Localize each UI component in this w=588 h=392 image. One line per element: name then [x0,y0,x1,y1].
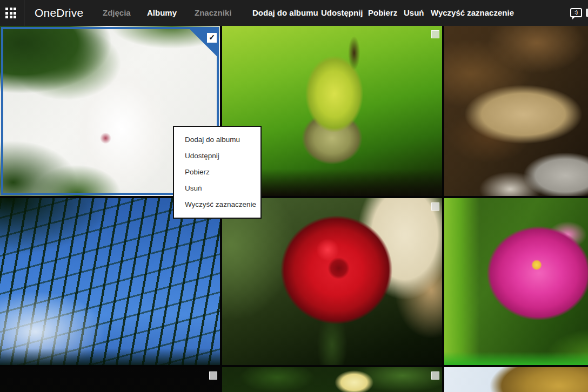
app-launcher-icon[interactable] [5,8,17,19]
action-clear-selection[interactable]: Wyczyść zaznaczenie [431,0,514,26]
photo-tile-fern-blue-sky[interactable] [0,198,220,365]
context-menu-item-share[interactable]: Udostępnij [174,148,260,164]
action-delete[interactable]: Usuń [404,0,424,26]
checkbox-empty-icon[interactable] [431,202,439,211]
context-menu: Dodaj do albumu Udostępnij Pobierz Usuń … [173,126,262,219]
action-download[interactable]: Pobierz [368,0,397,26]
checkbox-empty-icon[interactable] [431,30,439,38]
feedback-icon[interactable]: :) [570,8,582,17]
photo-tile-moss-rocks[interactable] [444,26,588,196]
tab-znaczniki[interactable]: Znaczniki [195,0,231,26]
checkbox-checked-icon[interactable]: ✓ [207,33,217,43]
photo-tile-dandelion-sky[interactable] [444,367,588,392]
photo-tile-yellow-flower-dark[interactable] [222,367,442,392]
photo-tile-lily-bud-dark[interactable] [0,367,220,392]
checkbox-empty-icon[interactable] [209,371,217,380]
topbar-divider [24,0,24,26]
context-menu-item-delete[interactable]: Usuń [174,180,260,197]
photo-tile-red-rose[interactable] [222,198,442,365]
app-title[interactable]: OneDrive [35,0,83,26]
context-menu-item-clear-selection[interactable]: Wyczyść zaznaczenie [174,197,260,213]
context-menu-item-add-to-album[interactable]: Dodaj do albumu [174,132,260,148]
tab-albumy[interactable]: Albumy [147,0,177,26]
feedback-smiley: :) [574,10,578,15]
selection-corner [188,27,219,58]
action-share[interactable]: Udostępnij [321,0,363,26]
checkbox-empty-icon[interactable] [431,371,439,380]
context-menu-item-download[interactable]: Pobierz [174,164,260,180]
clipped-edge-icon[interactable] [586,9,588,17]
tab-zdjecia[interactable]: Zdjęcia [103,0,131,26]
top-bar: OneDrive Zdjęcia Albumy Znaczniki Dodaj … [0,0,588,26]
action-add-to-album[interactable]: Dodaj do albumu [252,0,318,26]
onedrive-app: OneDrive Zdjęcia Albumy Znaczniki Dodaj … [0,0,588,392]
photo-tile-pink-zinnia[interactable] [444,198,588,365]
